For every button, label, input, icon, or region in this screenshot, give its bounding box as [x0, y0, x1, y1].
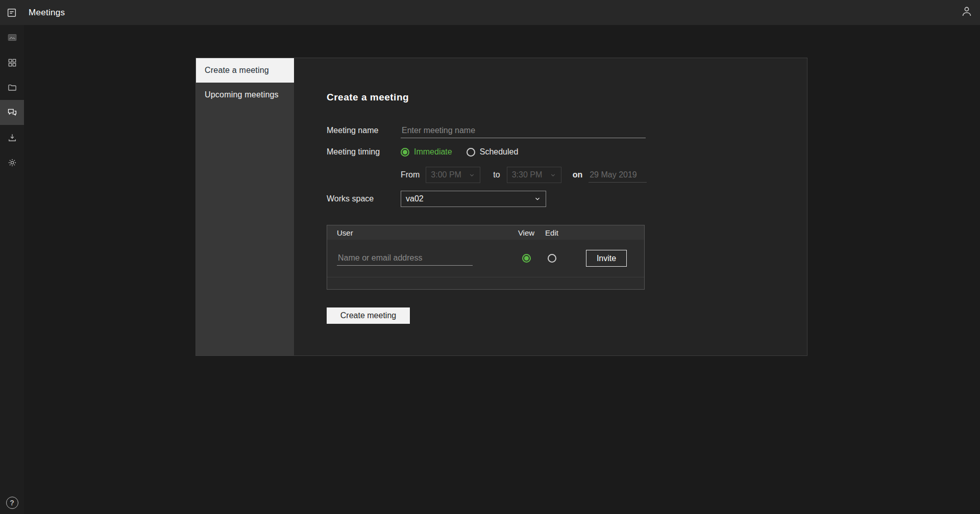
invite-table-header: User View Edit: [327, 225, 644, 240]
workspace-label: Works space: [327, 194, 401, 203]
invite-user-input[interactable]: [337, 251, 473, 266]
immediate-radio-label[interactable]: Immediate: [414, 147, 452, 157]
sidebar: ?: [0, 25, 24, 514]
meeting-notes-icon[interactable]: [6, 7, 17, 18]
edit-permission-radio[interactable]: [548, 254, 556, 263]
workspace-value: va02: [406, 194, 424, 203]
tab-upcoming-meetings[interactable]: Upcoming meetings: [196, 83, 294, 107]
sidebar-item-meetings[interactable]: [0, 100, 24, 125]
view-column-header: View: [513, 228, 539, 237]
meeting-name-label: Meeting name: [327, 126, 401, 135]
scheduled-radio-label[interactable]: Scheduled: [480, 147, 519, 157]
meetings-panel: Create a meeting Upcoming meetings Creat…: [195, 58, 807, 356]
workspace-row: Works space va02: [327, 191, 546, 207]
create-meeting-button[interactable]: Create meeting: [327, 307, 410, 324]
meeting-timing-row: Meeting timing Immediate Scheduled: [327, 144, 518, 160]
user-column-header: User: [327, 228, 513, 237]
form-heading: Create a meeting: [327, 92, 409, 103]
on-label: on: [573, 170, 583, 179]
to-time-value: 3:30 PM: [512, 170, 543, 179]
page-title: Meetings: [29, 8, 65, 18]
workspace-select[interactable]: va02: [401, 191, 546, 207]
to-label: to: [493, 170, 500, 179]
meeting-name-row: Meeting name: [327, 122, 646, 139]
meetings-subnav: Create a meeting Upcoming meetings: [196, 58, 294, 355]
chevron-down-icon: [469, 172, 475, 178]
schedule-row: From 3:00 PM to 3:30 PM on 29 May 2019: [401, 167, 647, 183]
invite-row: Invite: [327, 240, 644, 277]
view-permission-radio[interactable]: [522, 254, 531, 263]
from-time-select[interactable]: 3:00 PM: [426, 167, 480, 183]
from-label: From: [401, 170, 420, 179]
chevron-down-icon: [550, 172, 556, 178]
sidebar-item-downloads[interactable]: [0, 125, 24, 150]
tab-create-meeting[interactable]: Create a meeting: [196, 58, 294, 83]
sidebar-item-settings[interactable]: [0, 150, 24, 175]
edit-column-header: Edit: [539, 228, 565, 237]
immediate-radio[interactable]: [401, 148, 409, 157]
help-glyph: ?: [10, 499, 14, 507]
sidebar-item-files[interactable]: [0, 75, 24, 100]
invite-table: User View Edit Invite: [327, 225, 645, 290]
sidebar-item-apps[interactable]: [0, 50, 24, 75]
sidebar-item-workspace-thumbnail[interactable]: [0, 25, 24, 50]
meeting-name-input[interactable]: [401, 123, 646, 138]
meeting-timing-label: Meeting timing: [327, 147, 401, 157]
date-field[interactable]: 29 May 2019: [589, 168, 647, 183]
to-time-select[interactable]: 3:30 PM: [507, 167, 561, 183]
invite-button[interactable]: Invite: [586, 250, 627, 267]
scheduled-radio[interactable]: [467, 148, 475, 157]
help-icon[interactable]: ?: [6, 497, 18, 509]
chevron-down-icon: [534, 195, 541, 202]
topbar: Meetings: [0, 0, 980, 25]
from-time-value: 3:00 PM: [431, 170, 461, 179]
user-profile-icon[interactable]: [961, 5, 973, 17]
